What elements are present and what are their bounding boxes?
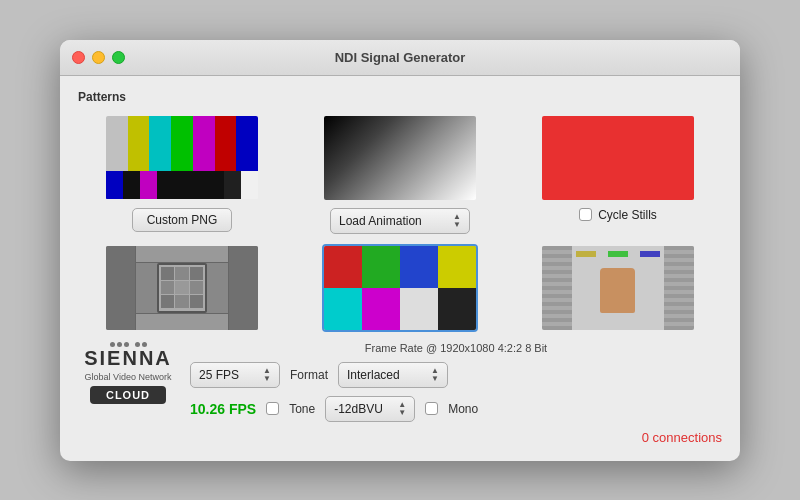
load-animation-label: Load Animation [339,214,422,228]
window-title: NDI Signal Generator [335,50,466,65]
pattern-cell-colorbars: Custom PNG [78,114,286,234]
close-button[interactable] [72,51,85,64]
pattern-cell-gradient: Load Animation ▲ ▼ [296,114,504,234]
load-animation-select[interactable]: Load Animation ▲ ▼ [330,208,470,234]
tone-label: Tone [289,402,315,416]
titlebar: NDI Signal Generator [60,40,740,76]
pattern-thumb-gradient[interactable] [322,114,478,202]
cycle-stills-checkbox[interactable] [579,208,592,221]
controls-section: Frame Rate @ 1920x1080 4:2:2 8 Bit 25 FP… [190,342,722,445]
pattern-thumb-testcard1[interactable] [104,244,260,332]
pattern-thumb-portrait[interactable] [540,244,696,332]
tone-checkbox[interactable] [266,402,279,415]
controls-row1: 25 FPS ▲ ▼ Format Interlaced ▲ ▼ [190,362,722,388]
connections-status: 0 connections [642,430,722,445]
custom-png-button[interactable]: Custom PNG [132,208,233,232]
pattern-thumb-colorbars[interactable] [104,114,260,202]
db-arrows-icon: ▲ ▼ [398,401,406,417]
select-arrows-icon: ▲ ▼ [453,213,461,229]
live-fps-display: 10.26 FPS [190,401,256,417]
framerate-label: Frame Rate @ 1920x1080 4:2:2 8 Bit [190,342,722,354]
patterns-grid: Custom PNG Load Animation ▲ ▼ [78,114,722,332]
cloud-button[interactable]: CLOUD [90,386,166,404]
cycle-stills-container: Cycle Stills [579,208,657,222]
content-area: Patterns [60,76,740,461]
db-value: -12dBVU [334,402,383,416]
interlaced-value: Interlaced [347,368,400,382]
mono-checkbox[interactable] [425,402,438,415]
sienna-brand-name: SIENNA [84,347,172,370]
controls-row2: 10.26 FPS Tone -12dBVU ▲ ▼ Mono [190,396,722,422]
pattern-cell-portrait [514,244,722,332]
patterns-label: Patterns [78,90,722,104]
bottom-section: SIENNA Global Video Network CLOUD Frame … [78,342,722,445]
cycle-stills-label: Cycle Stills [598,208,657,222]
interlaced-arrows-icon: ▲ ▼ [431,367,439,383]
minimize-button[interactable] [92,51,105,64]
sienna-logo: SIENNA Global Video Network CLOUD [78,342,178,404]
maximize-button[interactable] [112,51,125,64]
db-select[interactable]: -12dBVU ▲ ▼ [325,396,415,422]
sienna-tagline: Global Video Network [85,372,172,382]
mono-label: Mono [448,402,478,416]
pattern-cell-red: Cycle Stills [514,114,722,234]
pattern-thumb-colortest[interactable] [322,244,478,332]
pattern-cell-colortest [296,244,504,332]
main-window: NDI Signal Generator Patterns [60,40,740,461]
fps-select[interactable]: 25 FPS ▲ ▼ [190,362,280,388]
pattern-cell-testcard1 [78,244,286,332]
fps-value: 25 FPS [199,368,239,382]
fps-arrows-icon: ▲ ▼ [263,367,271,383]
interlaced-select[interactable]: Interlaced ▲ ▼ [338,362,448,388]
traffic-lights [72,51,125,64]
pattern-thumb-red[interactable] [540,114,696,202]
format-label: Format [290,368,328,382]
